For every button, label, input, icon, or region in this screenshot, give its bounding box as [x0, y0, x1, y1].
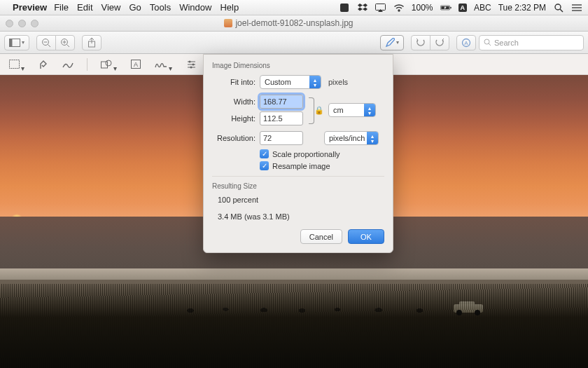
resolution-input[interactable]: 72	[260, 131, 303, 145]
battery-percent: 100%	[412, 3, 433, 13]
highlight-button[interactable]: A	[456, 35, 476, 50]
window-title: joel-demott-91082-unsplash.jpg	[235, 18, 353, 28]
text-tool[interactable]: A	[129, 57, 143, 72]
search-icon	[484, 39, 491, 46]
svg-line-16	[67, 44, 70, 47]
input-source-label[interactable]: ABC	[474, 3, 491, 13]
svg-line-24	[489, 43, 491, 46]
scale-proportionally-checkbox[interactable]: ✓Scale proportionally	[260, 149, 384, 158]
menu-edit[interactable]: Edit	[77, 2, 92, 13]
wifi-icon[interactable]	[393, 2, 405, 13]
menu-window[interactable]: Window	[179, 2, 211, 13]
height-input[interactable]: 112.5	[260, 111, 303, 125]
sidebar-view-button[interactable]: ▾	[4, 35, 29, 50]
menubar: Preview File Edit View Go Tools Window H…	[0, 0, 588, 15]
svg-point-35	[190, 66, 192, 68]
instant-alpha-tool[interactable]	[36, 57, 50, 72]
width-label: Width:	[212, 97, 255, 106]
resolution-unit-select[interactable]: pixels/inch▴▾	[324, 131, 379, 145]
svg-rect-4	[450, 6, 451, 8]
svg-point-27	[106, 60, 111, 66]
traffic-lights[interactable]	[6, 20, 38, 27]
svg-point-23	[484, 39, 489, 44]
ok-button[interactable]: OK	[348, 229, 384, 244]
cancel-button[interactable]: Cancel	[300, 229, 342, 244]
svg-text:A: A	[464, 40, 468, 46]
svg-point-5	[555, 4, 561, 10]
spotlight-icon[interactable]	[553, 2, 564, 13]
zoom-in-button[interactable]	[55, 35, 75, 50]
resolution-label: Resolution:	[212, 134, 255, 142]
airplay-icon[interactable]	[375, 2, 386, 13]
menu-view[interactable]: View	[102, 2, 121, 13]
width-input[interactable]: 168.77	[260, 95, 303, 109]
battery-icon[interactable]	[440, 2, 451, 13]
markup-button[interactable]: ▾	[380, 35, 404, 50]
size-unit-select[interactable]: cm▴▾	[328, 103, 376, 117]
app-name[interactable]: Preview	[13, 2, 47, 13]
menu-help[interactable]: Help	[220, 2, 239, 13]
document-proxy-icon[interactable]	[224, 19, 232, 27]
status-app-icon[interactable]	[339, 2, 350, 13]
fit-into-units: pixels	[328, 78, 348, 86]
search-placeholder: Search	[494, 39, 519, 47]
svg-point-31	[189, 60, 191, 62]
svg-line-13	[48, 44, 51, 47]
zoom-out-button[interactable]	[36, 35, 56, 50]
height-label: Height:	[212, 114, 255, 123]
menu-file[interactable]: File	[54, 2, 69, 13]
svg-line-6	[560, 9, 563, 12]
resulting-percent: 100 percent	[218, 196, 384, 204]
input-source-badge[interactable]: A	[458, 4, 468, 12]
lock-aspect-icon[interactable]: 🔒	[307, 95, 324, 127]
menu-tools[interactable]: Tools	[150, 2, 171, 13]
resample-image-checkbox[interactable]: ✓Resample image	[260, 161, 384, 170]
toolbar: ▾ ▾ A Search	[0, 32, 588, 54]
menubar-clock[interactable]: Tue 2:32 PM	[498, 3, 546, 13]
svg-rect-25	[10, 60, 20, 69]
svg-rect-0	[340, 4, 349, 12]
resulting-size-heading: Resulting Size	[212, 182, 384, 190]
rotate-right-button[interactable]	[430, 35, 449, 50]
svg-point-33	[192, 63, 195, 65]
shapes-tool[interactable]: ▾	[99, 57, 119, 72]
adjust-size-dialog: Image Dimensions Fit into: Custom▴▾ pixe…	[203, 54, 393, 253]
dropbox-icon[interactable]	[357, 2, 368, 13]
selection-tool[interactable]: ▾	[7, 57, 27, 72]
window-titlebar: joel-demott-91082-unsplash.jpg	[0, 15, 588, 32]
fit-into-select[interactable]: Custom▴▾	[260, 75, 321, 89]
svg-rect-11	[10, 39, 13, 46]
sign-tool[interactable]: ▾	[153, 57, 174, 72]
fit-into-label: Fit into:	[212, 78, 255, 86]
share-button[interactable]	[82, 35, 102, 50]
resulting-filesize: 3.4 MB (was 3.1 MB)	[218, 212, 384, 221]
menu-go[interactable]: Go	[129, 2, 141, 13]
svg-text:A: A	[134, 61, 138, 68]
image-dimensions-heading: Image Dimensions	[212, 62, 384, 69]
notification-center-icon[interactable]	[571, 2, 582, 13]
adjust-color-tool[interactable]	[184, 57, 199, 72]
rotate-left-button[interactable]	[411, 35, 430, 50]
toolbar-search[interactable]: Search	[479, 35, 584, 50]
sketch-tool[interactable]	[60, 57, 76, 72]
